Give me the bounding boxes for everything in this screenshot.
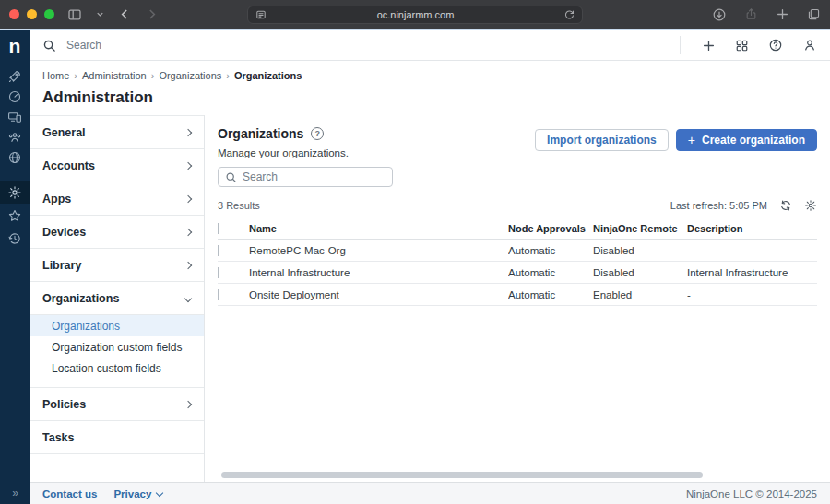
chevron-down-icon[interactable]: [95, 9, 105, 19]
breadcrumb-separator: ›: [74, 70, 77, 81]
devices-icon[interactable]: [0, 107, 30, 127]
breadcrumb-separator: ›: [226, 70, 230, 81]
description-value: Internal Infrastructure: [687, 267, 817, 278]
expand-rail-icon[interactable]: »: [0, 482, 30, 504]
chevron-right-icon: [184, 161, 192, 169]
sidebar-subitem-organization-custom-fields[interactable]: Organization custom fields: [30, 336, 204, 357]
sidebar-item-label: Devices: [42, 226, 86, 239]
row-checkbox[interactable]: [218, 245, 219, 256]
close-window-button[interactable]: [9, 9, 19, 19]
user-profile-icon[interactable]: [802, 38, 817, 53]
settings-gear-icon[interactable]: [0, 181, 30, 204]
sidebar-subitem-location-custom-fields[interactable]: Location custom fields: [30, 357, 204, 379]
breadcrumb: Home › Administration › Organizations › …: [42, 70, 817, 81]
browser-chrome: oc.ninjarmm.com: [0, 0, 830, 29]
icon-rail: n: [0, 30, 30, 504]
sidebar-item-devices[interactable]: Devices: [30, 215, 204, 248]
breadcrumb-home[interactable]: Home: [42, 70, 69, 81]
getting-started-rocket-icon[interactable]: [0, 66, 30, 87]
ninjaone-remote-value: Disabled: [593, 267, 687, 278]
privacy-label: Privacy: [113, 488, 151, 499]
help-tooltip-icon[interactable]: ?: [311, 127, 324, 140]
column-header-node-approvals[interactable]: Node Approvals: [508, 223, 593, 234]
sidebar-item-general[interactable]: General: [30, 115, 204, 148]
add-icon[interactable]: [702, 39, 716, 53]
reload-icon[interactable]: [563, 9, 575, 21]
sidebar-item-label: Organizations: [42, 292, 119, 305]
end-users-icon[interactable]: [0, 127, 30, 147]
table-settings-gear-icon[interactable]: [804, 199, 817, 212]
global-search-input[interactable]: [66, 39, 343, 52]
forward-button[interactable]: [145, 7, 159, 21]
breadcrumb-administration[interactable]: Administration: [82, 70, 147, 81]
sidebar-item-label: General: [42, 126, 86, 139]
divider: [30, 453, 204, 454]
tab-overview-icon[interactable]: [807, 7, 821, 21]
sidebar-item-tasks[interactable]: Tasks: [30, 420, 204, 453]
sidebar-item-organizations[interactable]: Organizations: [30, 281, 204, 314]
description-value: -: [687, 289, 817, 300]
downloads-icon[interactable]: [712, 7, 727, 22]
contact-us-link[interactable]: Contact us: [42, 488, 97, 499]
org-name[interactable]: Internal Infrastructure: [249, 267, 508, 278]
sidebar-toggle-icon[interactable]: [67, 7, 82, 22]
chevron-right-icon: [184, 128, 192, 135]
recent-history-icon[interactable]: [0, 227, 30, 250]
org-name[interactable]: RemotePC-Mac-Org: [249, 245, 508, 256]
browser-window: oc.ninjarmm.com n: [0, 0, 830, 504]
column-header-name[interactable]: Name: [249, 223, 508, 234]
sidebar-item-apps[interactable]: Apps: [30, 182, 204, 215]
table-search-input[interactable]: [243, 170, 385, 183]
minimize-window-button[interactable]: [27, 9, 37, 19]
row-checkbox[interactable]: [218, 267, 219, 278]
divider: [680, 36, 681, 54]
sidebar-item-label: Policies: [42, 398, 86, 411]
address-bar[interactable]: oc.ninjarmm.com: [247, 6, 583, 24]
site-settings-icon[interactable]: [255, 8, 267, 21]
org-name[interactable]: Onsite Deployment: [249, 289, 508, 300]
search-icon: [42, 39, 56, 53]
column-header-ninjaone-remote[interactable]: NinjaOne Remote: [593, 223, 687, 234]
row-checkbox[interactable]: [218, 289, 219, 300]
new-tab-icon[interactable]: [776, 7, 789, 21]
page-title: Administration: [42, 88, 817, 107]
traffic-lights: [9, 9, 54, 19]
panel-subtitle: Manage your organizations.: [218, 147, 349, 158]
back-button[interactable]: [118, 7, 132, 21]
page-header: Home › Administration › Organizations › …: [30, 61, 830, 115]
help-icon[interactable]: [768, 38, 783, 53]
refresh-icon[interactable]: [779, 199, 792, 212]
organizations-sub-list: Organizations Organization custom fields…: [30, 314, 204, 387]
table-row[interactable]: Onsite Deployment Automatic Enabled -: [218, 284, 817, 306]
sidebar-item-policies[interactable]: Policies: [30, 387, 204, 420]
zoom-window-button[interactable]: [44, 9, 54, 19]
plus-icon: +: [688, 133, 695, 147]
table-row[interactable]: RemotePC-Mac-Org Automatic Disabled -: [218, 240, 817, 262]
favorites-star-icon[interactable]: [0, 204, 30, 227]
activities-globe-icon[interactable]: [0, 147, 30, 168]
select-all-checkbox[interactable]: [218, 223, 219, 234]
dashboard-gauge-icon[interactable]: [0, 87, 30, 107]
table-search-box[interactable]: [218, 167, 393, 187]
privacy-link[interactable]: Privacy: [113, 488, 162, 499]
search-icon: [225, 171, 237, 183]
sidebar-item-accounts[interactable]: Accounts: [30, 148, 204, 182]
sidebar-subitem-organizations[interactable]: Organizations: [30, 315, 204, 336]
app-switcher-grid-icon[interactable]: [735, 39, 749, 53]
table-row[interactable]: Internal Infrastructure Automatic Disabl…: [218, 262, 817, 284]
node-approvals-value: Automatic: [508, 245, 593, 256]
last-refresh-text: Last refresh: 5:05 PM: [670, 200, 767, 211]
create-organization-label: Create organization: [702, 134, 805, 147]
horizontal-scrollbar[interactable]: [221, 472, 703, 478]
copyright-text: NinjaOne LLC © 2014-2025: [686, 488, 817, 499]
ninjaone-logo[interactable]: n: [0, 30, 30, 61]
create-organization-button[interactable]: + Create organization: [676, 129, 817, 151]
share-icon[interactable]: [744, 7, 758, 21]
panel-title: Organizations: [218, 126, 303, 141]
breadcrumb-current: Organizations: [234, 70, 302, 81]
sidebar-item-library[interactable]: Library: [30, 248, 204, 281]
column-header-description[interactable]: Description: [687, 223, 817, 234]
sidebar-item-label: Accounts: [42, 159, 95, 172]
breadcrumb-organizations[interactable]: Organizations: [159, 70, 221, 81]
import-organizations-button[interactable]: Import organizations: [535, 129, 669, 151]
